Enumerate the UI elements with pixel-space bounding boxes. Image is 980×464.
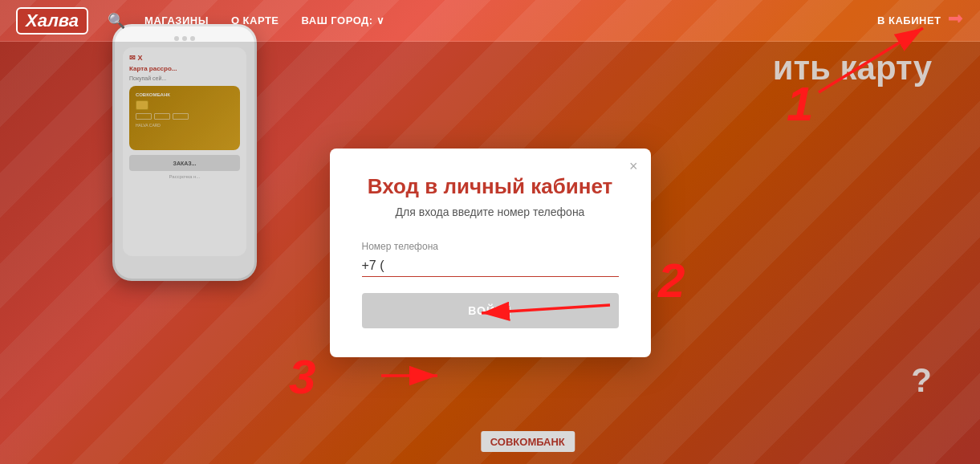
logo[interactable]: Халва	[16, 7, 88, 35]
login-button[interactable]: ВОЙТИ	[362, 293, 619, 328]
modal-subtitle: Для входа введите номер телефона	[362, 206, 619, 218]
phone-form-group: Номер телефона	[362, 241, 619, 277]
header: Халва 🔍 МАГАЗИНЫ О КАРТЕ ВАШ ГОРОД: ∨ В …	[0, 0, 980, 42]
nav-item-about[interactable]: О КАРТЕ	[231, 14, 279, 26]
phone-field-label: Номер телефона	[362, 241, 619, 252]
login-label: В КАБИНЕТ	[877, 14, 941, 26]
modal-close-button[interactable]: ×	[629, 158, 638, 175]
login-nav-item[interactable]: В КАБИНЕТ ⮕	[877, 11, 964, 30]
header-nav: МАГАЗИНЫ О КАРТЕ ВАШ ГОРОД: ∨	[144, 14, 877, 26]
nav-item-shops[interactable]: МАГАЗИНЫ	[144, 14, 209, 26]
login-modal: × Вход в личный кабинет Для входа введит…	[330, 149, 651, 357]
phone-input[interactable]	[362, 255, 619, 277]
login-icon: ⮕	[948, 11, 965, 30]
background: Халва 🔍 МАГАЗИНЫ О КАРТЕ ВАШ ГОРОД: ∨ В …	[0, 0, 980, 464]
search-icon[interactable]: 🔍	[108, 12, 125, 30]
nav-item-city[interactable]: ВАШ ГОРОД: ∨	[302, 14, 385, 26]
modal-title: Вход в личный кабинет	[362, 174, 619, 199]
modal-overlay: × Вход в личный кабинет Для входа введит…	[0, 42, 980, 464]
